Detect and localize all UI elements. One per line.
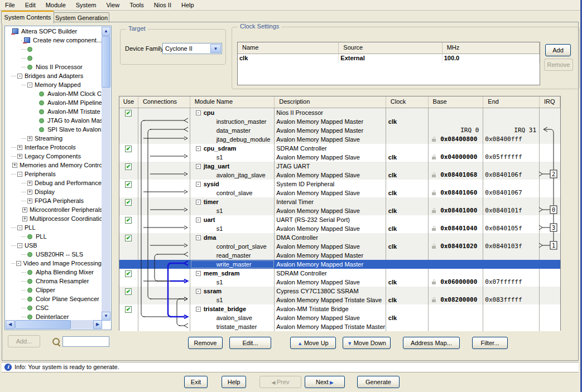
tree-item-avalon-mm-pipeline-b[interactable]: Avalon-MM Pipeline B	[6, 98, 102, 107]
address-map-button[interactable]: Address Map...	[403, 337, 460, 349]
tree-item-deinterlacer[interactable]: Deinterlacer	[6, 312, 102, 321]
collapse-icon[interactable]: -	[196, 235, 201, 240]
module-row-instruction-master[interactable]: instruction_masterAvalon Memory Mapped M…	[119, 117, 560, 126]
module-row-control-port-slave[interactable]: control_port_slaveAvalon Memory Mapped S…	[119, 242, 560, 251]
module-row-cpu-sdram[interactable]: ✔-cpu_sdramSDRAM Controller	[119, 144, 560, 153]
remove-button[interactable]: Remove	[188, 337, 223, 349]
tree-item-alpha-blending-mixer[interactable]: Alpha Blending Mixer	[6, 268, 102, 277]
collapse-icon[interactable]: -	[196, 307, 201, 312]
tree-item-avalon-mm-clock-cro[interactable]: Avalon-MM Clock Cro	[6, 89, 102, 98]
module-row-cpu[interactable]: ✔-cpuNios II Processor	[119, 108, 560, 117]
add-component-button[interactable]: Add...	[8, 335, 40, 347]
tree-vscroll-thumb[interactable]	[102, 36, 110, 88]
collapse-icon[interactable]: -	[17, 172, 22, 177]
collapse-icon[interactable]: -	[196, 164, 201, 169]
edit-button[interactable]: Edit...	[229, 337, 271, 349]
tree-item-clipper[interactable]: Clipper	[6, 285, 102, 294]
chevron-down-icon[interactable]: ▼	[210, 44, 221, 53]
menu-help[interactable]: Help	[176, 0, 199, 10]
expand-icon[interactable]: +	[27, 199, 32, 204]
use-checkbox[interactable]: ✔	[125, 288, 132, 295]
tree-item-chroma-resampler[interactable]: Chroma Resampler	[6, 277, 102, 285]
move-down-button[interactable]: ▼ Move Down	[343, 337, 391, 349]
module-row-s1[interactable]: s1Avalon Memory Mapped Slaveclk0x0840104…	[119, 224, 560, 233]
module-row-ssram[interactable]: ✔-ssramCypress CY7C1380C SSRAM	[119, 287, 560, 296]
expand-icon[interactable]: +	[17, 145, 22, 150]
tree-item-fpga-peripherals[interactable]: +FPGA Peripherals	[6, 196, 102, 205]
tree-item-usb[interactable]: -USB	[6, 241, 102, 250]
scroll-left-icon[interactable]: ◀	[6, 320, 15, 329]
use-checkbox[interactable]: ✔	[125, 306, 132, 313]
module-row-s1[interactable]: s1Avalon Memory Mapped Slaveclk0x0840100…	[119, 206, 560, 215]
collapse-icon[interactable]: -	[16, 261, 21, 266]
device-family-select[interactable]: Cyclone II ▼	[162, 43, 222, 54]
module-row-tristate-bridge[interactable]: ✔-tristate_bridgeAvalon-MM Tristate Brid…	[119, 304, 560, 313]
tree-item-spi-slave-to-avalon-m[interactable]: SPI Slave to Avalon M	[6, 125, 102, 134]
tree-item-create-new-component[interactable]: Create new component...	[6, 36, 102, 45]
module-row-mem-sdram[interactable]: ✔-mem_sdramSDRAM Controller	[119, 269, 560, 278]
tree-item-altera-sopc-builder[interactable]: Altera SOPC Builder	[6, 27, 102, 36]
module-row-s1[interactable]: s1Avalon Memory Mapped Slaveclk0x0400000…	[119, 153, 560, 162]
tree-item-nios-ii-processor[interactable]: Nios II Processor	[6, 62, 102, 71]
expand-icon[interactable]: +	[22, 216, 27, 221]
module-row-s1[interactable]: s1Avalon Memory Mapped Slaveclk0x0600000…	[119, 278, 560, 287]
expand-icon[interactable]: +	[27, 181, 32, 186]
tree-item-memory-mapped[interactable]: -Memory Mapped	[6, 80, 102, 89]
clock-add-button[interactable]: Add	[545, 44, 571, 56]
scroll-right-icon[interactable]: ▶	[93, 320, 102, 329]
exit-button[interactable]: Exit	[184, 376, 208, 388]
tree-item-legacy-components[interactable]: +Legacy Components	[6, 152, 102, 161]
tree-item-bridges-and-adapters[interactable]: -Bridges and Adapters	[6, 71, 102, 80]
tree-item-debug-and-performance[interactable]: +Debug and Performance	[6, 178, 102, 187]
module-row-read-master[interactable]: read_masterAvalon Memory Mapped Master	[119, 251, 560, 260]
tree-item-microcontroller-peripherals[interactable]: +Microcontroller Peripherals	[6, 205, 102, 214]
tree-horizontal-scrollbar[interactable]: ◀ ▶	[6, 320, 102, 329]
module-row-jtag-uart[interactable]: ✔-jtag_uartJTAG UART	[119, 162, 560, 171]
collapse-icon[interactable]: -	[27, 83, 32, 88]
expand-icon[interactable]: +	[17, 154, 22, 159]
module-row-timer[interactable]: ✔-timerInterval Timer	[119, 197, 560, 206]
tree-vertical-scrollbar[interactable]: ▲ ▼	[102, 27, 110, 321]
collapse-icon[interactable]: -	[196, 200, 201, 205]
module-row-dma[interactable]: ✔-dmaDMA Controller	[119, 233, 560, 242]
clock-row[interactable]: clkExternal100.0	[238, 54, 540, 63]
move-up-button[interactable]: ▲ Move Up	[290, 337, 336, 349]
next-button[interactable]: Next ▶	[305, 376, 345, 388]
help-button[interactable]: Help	[222, 376, 246, 388]
use-checkbox[interactable]: ✔	[125, 110, 132, 117]
use-checkbox[interactable]: ✔	[125, 270, 132, 277]
tree-item-item[interactable]	[6, 54, 102, 62]
menu-file[interactable]: File	[0, 0, 20, 10]
menu-system[interactable]: System	[71, 0, 102, 10]
tree-item-multiprocessor-coordination[interactable]: +Multiprocessor Coordination	[6, 214, 102, 223]
scroll-down-icon[interactable]: ▼	[102, 312, 110, 321]
module-row-control-slave[interactable]: control_slaveAvalon Memory Mapped Slavec…	[119, 188, 560, 197]
prev-button[interactable]: ◀ Prev	[259, 376, 301, 388]
clock-remove-button[interactable]: Remove	[544, 59, 573, 71]
menu-edit[interactable]: Edit	[20, 0, 41, 10]
expand-icon[interactable]: +	[27, 190, 32, 195]
collapse-icon[interactable]: -	[196, 110, 201, 115]
module-row-sysid[interactable]: ✔-sysidSystem ID Peripheral	[119, 180, 560, 188]
tree-item-peripherals[interactable]: -Peripherals	[6, 170, 102, 178]
use-checkbox[interactable]: ✔	[125, 181, 132, 188]
module-row-avalon-jtag-slave[interactable]: avalon_jtag_slaveAvalon Memory Mapped Sl…	[119, 171, 560, 180]
tree-item-pll[interactable]: -PLL	[6, 223, 102, 232]
collapse-icon[interactable]: -	[17, 243, 22, 248]
tree-item-streaming[interactable]: +Streaming	[6, 134, 102, 143]
tree-item-interface-protocols[interactable]: +Interface Protocols	[6, 143, 102, 152]
component-search-input[interactable]	[62, 336, 109, 347]
module-row-uart[interactable]: ✔-uartUART (RS-232 Serial Port)	[119, 215, 560, 224]
collapse-icon[interactable]: -	[196, 217, 201, 222]
expand-icon[interactable]: +	[12, 163, 17, 168]
module-row-write-master[interactable]: write_masterAvalon Memory Mapped Master	[119, 260, 560, 269]
menu-tools[interactable]: Tools	[124, 0, 149, 10]
module-row-avalon-slave[interactable]: avalon_slaveAvalon Memory Mapped Slavecl…	[119, 313, 560, 322]
menu-view[interactable]: View	[101, 0, 124, 10]
generate-button[interactable]: Generate	[357, 376, 400, 388]
use-checkbox[interactable]: ✔	[125, 163, 132, 170]
collapse-icon[interactable]: -	[196, 271, 201, 276]
tab-system-contents[interactable]: System Contents	[1, 11, 54, 23]
tree-hscroll-thumb[interactable]	[15, 320, 71, 329]
collapse-icon[interactable]: -	[196, 289, 201, 294]
